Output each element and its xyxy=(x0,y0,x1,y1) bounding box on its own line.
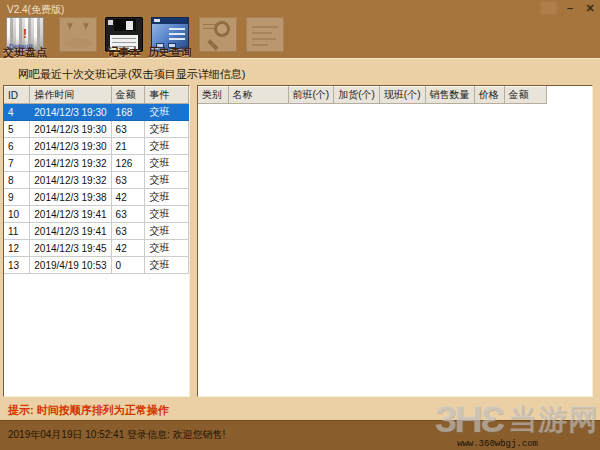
table-row[interactable]: 82014/12/3 19:3263交班 xyxy=(4,172,189,189)
table-row[interactable]: 102014/12/3 19:4163交班 xyxy=(4,206,189,223)
column-header-name[interactable]: 名称 xyxy=(228,87,288,104)
table-row[interactable]: 42014/12/3 19:30168交班 xyxy=(4,104,189,121)
table-row[interactable]: 52014/12/3 19:3063交班 xyxy=(4,121,189,138)
transfer-icon: ▼▼ xyxy=(59,17,97,52)
toolbar-button-search xyxy=(197,16,239,58)
table-row[interactable]: 132019/4/19 10:530交班 xyxy=(4,257,189,274)
toolbar: ! Default 交班盘点 ▼▼ 记事本 历史查询 xyxy=(0,15,600,58)
main-content: 网吧最近十次交班记录(双击项目显示详细信息) ID 操作时间 金额 事件 420… xyxy=(0,58,600,420)
column-header-restock[interactable]: 加货(个) xyxy=(334,87,380,104)
section-caption: 网吧最近十次交班记录(双击项目显示详细信息) xyxy=(18,67,245,82)
shift-table-body: 42014/12/3 19:30168交班52014/12/3 19:3063交… xyxy=(4,104,189,274)
column-header-total[interactable]: 金额 xyxy=(504,87,546,104)
toolbar-button-history-query[interactable]: 历史查询 xyxy=(149,16,191,58)
shift-records-panel: ID 操作时间 金额 事件 42014/12/3 19:30168交班52014… xyxy=(3,85,190,397)
shift-detail-panel: 类别 名称 前班(个) 加货(个) 现班(个) 销售数量 价格 金额 xyxy=(197,85,593,397)
shift-detail-table: 类别 名称 前班(个) 加货(个) 现班(个) 销售数量 价格 金额 xyxy=(198,86,547,104)
login-info-text: 2019年04月19日 10:52:41 登录信息: 欢迎您销售! xyxy=(8,428,225,442)
table-row[interactable]: 92014/12/3 19:3842交班 xyxy=(4,189,189,206)
column-header-event[interactable]: 事件 xyxy=(145,87,189,104)
column-header-sold-qty[interactable]: 销售数量 xyxy=(425,87,474,104)
table-row[interactable]: 122014/12/3 19:4542交班 xyxy=(4,240,189,257)
toolbar-button-shift-inventory[interactable]: ! Default 交班盘点 xyxy=(4,16,46,58)
maximize-button[interactable] xyxy=(541,2,557,14)
column-header-cur-shift[interactable]: 现班(个) xyxy=(379,87,425,104)
column-header-prev-shift[interactable]: 前班(个) xyxy=(288,87,334,104)
column-header-price[interactable]: 价格 xyxy=(474,87,504,104)
toolbar-button-report xyxy=(244,16,286,58)
toolbar-button-transfer: ▼▼ xyxy=(57,16,99,58)
website-text: www.360wbgj.com xyxy=(457,439,538,449)
column-header-id[interactable]: ID xyxy=(4,87,30,104)
table-row[interactable]: 62014/12/3 19:3021交班 xyxy=(4,138,189,155)
report-icon xyxy=(246,17,284,52)
shift-records-table: ID 操作时间 金额 事件 42014/12/3 19:30168交班52014… xyxy=(4,86,189,274)
minimize-button[interactable]: – xyxy=(563,2,577,14)
column-header-category[interactable]: 类别 xyxy=(198,87,228,104)
column-header-time[interactable]: 操作时间 xyxy=(30,87,111,104)
column-header-amount[interactable]: 金额 xyxy=(111,87,145,104)
title-bar: V2.4(免费版) – ✕ xyxy=(0,0,600,16)
close-button[interactable]: ✕ xyxy=(583,2,597,14)
status-bar: 2019年04月19日 10:52:41 登录信息: 欢迎您销售! www.36… xyxy=(0,420,600,450)
table-row[interactable]: 72014/12/3 19:32126交班 xyxy=(4,155,189,172)
magnifier-icon xyxy=(199,17,237,52)
toolbar-button-notepad[interactable]: 记事本 xyxy=(103,16,145,58)
hint-text: 提示: 时间按顺序排列为正常操作 xyxy=(8,403,169,418)
table-row[interactable]: 112014/12/3 19:4163交班 xyxy=(4,223,189,240)
